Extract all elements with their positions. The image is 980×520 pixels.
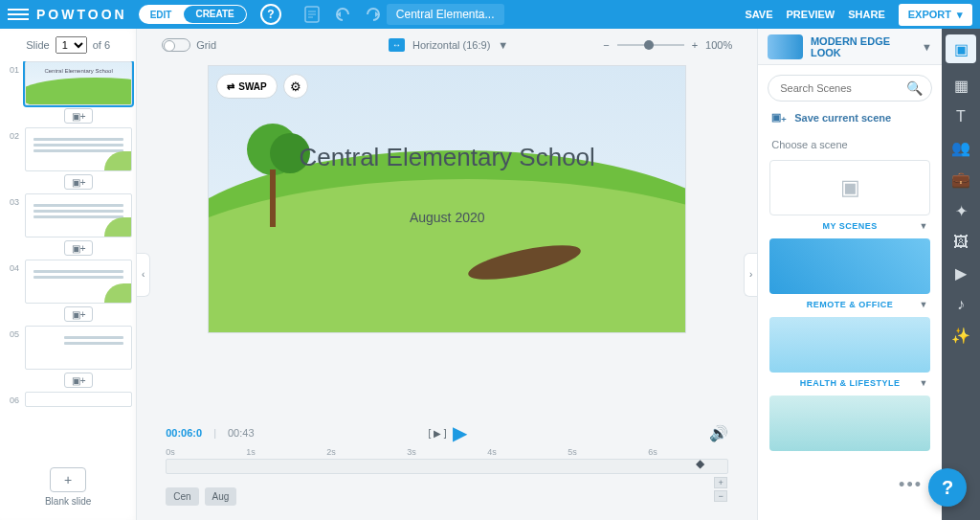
top-bar: POWTOON EDIT CREATE ? Central Elementa..…: [0, 0, 980, 29]
thumb-number: 01: [4, 61, 19, 75]
look-thumbnail: [768, 34, 803, 59]
slide-nav-label: Slide: [26, 39, 49, 51]
search-icon[interactable]: 🔍: [906, 80, 923, 96]
play-icon[interactable]: ▶: [453, 421, 467, 444]
zoom-control[interactable]: − + 100%: [603, 39, 732, 51]
grid-label: Grid: [196, 39, 216, 51]
volume-icon[interactable]: 🔊: [709, 424, 728, 442]
props-tool-icon[interactable]: 💼: [951, 170, 970, 189]
edit-mode[interactable]: EDIT: [139, 10, 184, 20]
slide-subtitle[interactable]: August 2020: [209, 210, 685, 225]
create-mode[interactable]: CREATE: [184, 6, 245, 23]
project-title-input[interactable]: Central Elementa...: [387, 4, 504, 25]
blank-slide-button[interactable]: + Blank slide: [0, 458, 136, 520]
gear-icon[interactable]: ⚙: [283, 74, 308, 99]
characters-tool-icon[interactable]: 👥: [951, 139, 970, 157]
chevron-down-icon[interactable]: ▼: [920, 378, 928, 388]
more-menu-icon[interactable]: •••: [899, 475, 923, 495]
slide-thumb-3[interactable]: [25, 193, 132, 237]
zoom-value: 100%: [705, 39, 732, 51]
thumb-number: 06: [4, 392, 19, 405]
playback-bar: 00:06:0 | 00:43 [ ▶ ] ▶ 🔊: [137, 418, 757, 447]
zoom-slider[interactable]: [617, 44, 684, 46]
playhead-icon[interactable]: ◆: [696, 457, 704, 470]
background-tool-icon[interactable]: ▦: [954, 77, 969, 95]
sound-tool-icon[interactable]: ♪: [957, 296, 965, 313]
menu-icon[interactable]: [8, 9, 29, 20]
scene-category-next[interactable]: [769, 396, 930, 451]
text-tool-icon[interactable]: T: [956, 108, 966, 125]
shapes-tool-icon[interactable]: ✦: [955, 202, 968, 220]
export-button[interactable]: EXPORT ▾: [899, 4, 972, 26]
undo-icon[interactable]: [335, 8, 352, 21]
slide-thumb-1[interactable]: Central Elementary School: [25, 61, 132, 105]
add-after-slide-icon[interactable]: ▣+: [64, 108, 93, 124]
slide-panel: Slide 1 of 6 01 Central Elementary Schoo…: [0, 29, 137, 520]
time-total: 00:43: [228, 427, 255, 439]
thumb-number: 05: [4, 326, 19, 339]
timeline-object-chip[interactable]: Aug: [205, 487, 237, 506]
grid-toggle[interactable]: Grid: [162, 38, 216, 52]
thumb-number: 02: [4, 127, 19, 141]
scenes-tool-icon[interactable]: ▣: [946, 34, 976, 63]
slide-thumb-2[interactable]: [25, 127, 132, 171]
toggle-switch[interactable]: [162, 38, 190, 52]
scene-category-remote-office[interactable]: [769, 238, 930, 294]
help-fab-button[interactable]: ?: [928, 468, 967, 507]
chevron-down-icon[interactable]: ▼: [920, 221, 928, 231]
aspect-label: Horizontal (16:9): [412, 39, 490, 51]
thumb-number: 04: [4, 260, 19, 273]
chevron-down-icon: ▼: [498, 39, 508, 51]
add-after-slide-icon[interactable]: ▣+: [64, 373, 93, 388]
chevron-down-icon[interactable]: ▼: [920, 300, 928, 309]
chevron-down-icon: ▼: [922, 41, 932, 53]
specials-tool-icon[interactable]: ✨: [951, 327, 970, 345]
logo: POWTOON: [36, 7, 127, 22]
redo-icon[interactable]: [364, 8, 381, 21]
add-after-slide-icon[interactable]: ▣+: [64, 306, 93, 322]
save-scene-button[interactable]: ▣₊ Save current scene: [758, 111, 942, 133]
video-tool-icon[interactable]: ▶: [955, 264, 967, 283]
timeline[interactable]: 0s 1s 2s 3s 4s 5s 6s ◆ + − Cen Aug: [137, 447, 757, 520]
save-scene-icon: ▣₊: [771, 111, 787, 124]
swap-button[interactable]: ⇄ SWAP: [216, 74, 277, 99]
add-after-slide-icon[interactable]: ▣+: [64, 240, 93, 256]
right-panel: MODERN EDGE LOOK ▼ 🔍 ▣₊ Save current sce…: [757, 29, 980, 520]
look-selector[interactable]: MODERN EDGE LOOK ▼: [758, 29, 942, 65]
save-button[interactable]: SAVE: [745, 9, 772, 20]
add-after-slide-icon[interactable]: ▣+: [64, 174, 93, 190]
zoom-out-icon[interactable]: −: [603, 39, 609, 51]
timeline-zoom-in-icon[interactable]: +: [714, 477, 727, 488]
aspect-selector[interactable]: ↔ Horizontal (16:9) ▼: [389, 38, 508, 52]
scene-category-health[interactable]: [769, 317, 930, 373]
timeline-track[interactable]: ◆ + −: [166, 459, 728, 474]
aspect-icon: ↔: [389, 38, 405, 52]
images-tool-icon[interactable]: 🖼: [953, 234, 969, 251]
slide-thumb-6[interactable]: [25, 392, 132, 407]
tool-column: ▣ ▦ T 👥 💼 ✦ 🖼 ▶ ♪ ✨: [942, 29, 980, 520]
category-remote-office-label[interactable]: REMOTE & OFFICE: [807, 300, 894, 309]
collapse-right-icon[interactable]: ›: [744, 253, 757, 297]
slide-thumb-4[interactable]: [25, 260, 132, 304]
slide-nav: Slide 1 of 6: [0, 29, 136, 61]
step-back-icon[interactable]: [ ▶ ]: [429, 428, 447, 439]
category-my-scenes[interactable]: MY SCENES: [822, 221, 877, 231]
slide-stage[interactable]: ⇄ SWAP ⚙ Central Elementary School Augus…: [208, 65, 686, 333]
slide-thumbnails: 01 Central Elementary School ▣+ 02 ▣+: [0, 61, 136, 458]
slide-thumb-5[interactable]: [25, 326, 132, 370]
zoom-in-icon[interactable]: +: [692, 39, 698, 51]
timeline-zoom-out-icon[interactable]: −: [714, 490, 727, 502]
document-icon[interactable]: [304, 6, 320, 23]
time-current: 00:06:0: [166, 427, 202, 439]
category-health-label[interactable]: HEALTH & LIFESTYLE: [800, 378, 901, 388]
collapse-left-icon[interactable]: ‹: [137, 253, 150, 297]
blank-slide-label: Blank slide: [45, 496, 91, 507]
slide-title[interactable]: Central Elementary School: [209, 143, 685, 172]
slide-select[interactable]: 1: [56, 36, 87, 54]
help-icon[interactable]: ?: [260, 4, 281, 25]
share-button[interactable]: SHARE: [848, 9, 885, 20]
timeline-object-chip[interactable]: Cen: [166, 487, 198, 506]
mode-toggle[interactable]: EDIT CREATE: [139, 5, 247, 24]
preview-button[interactable]: PREVIEW: [787, 9, 835, 20]
my-scene-placeholder[interactable]: ▣: [769, 160, 930, 215]
